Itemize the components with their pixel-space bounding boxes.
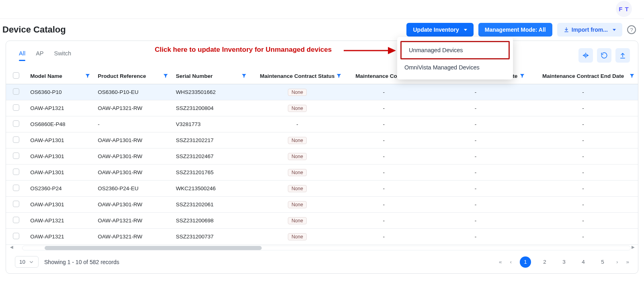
page-header: Device Catalog Update Inventory Manageme… (0, 19, 644, 41)
table-row[interactable]: OS6860E-P48-V3281773---- (6, 116, 638, 132)
page-size-select[interactable]: 10 (15, 256, 39, 268)
update-inventory-button[interactable]: Update Inventory (406, 23, 473, 37)
cell-end: - (528, 181, 638, 197)
cell-serial: V3281773 (172, 116, 250, 132)
col-status-header[interactable]: Maintenance Contract Status (260, 73, 335, 79)
pager-page-2[interactable]: 2 (539, 256, 550, 268)
table-wrap: Model Name Product Reference Serial Numb… (6, 68, 638, 245)
cell-ref: OAW-AP1301-RW (94, 197, 172, 213)
cell-start: - (423, 181, 528, 197)
col-ref-header[interactable]: Product Reference (98, 73, 146, 79)
cell-serial: SSZ231200698 (172, 213, 250, 229)
export-button[interactable] (615, 48, 630, 63)
dropdown-item-unmanaged[interactable]: Unmanaged Devices (400, 41, 510, 59)
col-serial-header[interactable]: Serial Number (176, 73, 213, 79)
table-row[interactable]: OAW-AP1301OAW-AP1301-RWSSZ231201765None-… (6, 165, 638, 181)
update-inventory-dropdown: Unmanaged Devices OmniVista Managed Devi… (397, 37, 513, 79)
avatar[interactable]: F T (616, 1, 632, 17)
row-checkbox[interactable] (13, 233, 19, 239)
dropdown-item-managed[interactable]: OmniVista Managed Devices (397, 59, 513, 75)
cell-start: - (423, 165, 528, 181)
cell-model: OAW-AP1301 (26, 197, 94, 213)
table-row[interactable]: OAW-AP1301OAW-AP1301-RWSSZ231202467None-… (6, 148, 638, 165)
cell-status: None (250, 148, 345, 165)
pager-page-5[interactable]: 5 (597, 256, 608, 268)
cell-model: OS2360-P24 (26, 181, 94, 197)
cell-contract: - (345, 116, 423, 132)
refresh-button[interactable] (597, 48, 611, 63)
table-row[interactable]: OAW-AP1321OAW-AP1321-RWSSZ231200698None-… (6, 213, 638, 229)
table-row[interactable]: OS6360-P10OS6360-P10-EUWHS233501662None-… (6, 84, 638, 100)
tab-switch[interactable]: Switch (54, 50, 71, 61)
filter-icon[interactable] (85, 73, 90, 79)
table-row[interactable]: OAW-AP1301OAW-AP1301-RWSSZ231202217None-… (6, 132, 638, 148)
row-checkbox[interactable] (13, 136, 19, 143)
cell-status: - (250, 116, 345, 132)
pager-last[interactable]: » (626, 259, 629, 265)
select-all-checkbox[interactable] (13, 72, 19, 79)
cell-ref: OS6360-P10-EU (94, 84, 172, 100)
cell-model: OAW-AP1301 (26, 148, 94, 165)
table-row[interactable]: OS2360-P24OS2360-P24-EUWKC213500246None-… (6, 181, 638, 197)
pager-first[interactable]: « (499, 259, 502, 265)
cell-start: - (423, 116, 528, 132)
cell-end: - (528, 165, 638, 181)
cell-serial: SSZ231202467 (172, 148, 250, 165)
pager-page-3[interactable]: 3 (558, 256, 570, 268)
table-row[interactable]: OAW-AP1321OAW-AP1321-RWSSZ231200737None-… (6, 229, 638, 245)
import-icon (564, 27, 569, 33)
status-badge: None (288, 169, 307, 176)
pager-next[interactable]: › (616, 259, 618, 265)
cell-status: None (250, 132, 345, 148)
help-icon[interactable]: ? (627, 25, 636, 34)
cell-end: - (528, 229, 638, 245)
records-count-text: Showing 1 - 10 of 582 records (44, 259, 119, 265)
cell-start: - (423, 197, 528, 213)
tab-all[interactable]: All (19, 50, 25, 61)
row-checkbox[interactable] (13, 185, 19, 191)
cell-status: None (250, 84, 345, 100)
cell-contract: - (345, 132, 423, 148)
tab-ap[interactable]: AP (36, 50, 43, 61)
row-checkbox[interactable] (13, 120, 19, 127)
row-checkbox[interactable] (13, 104, 19, 111)
page-title: Device Catalog (2, 24, 66, 35)
pager-page-4[interactable]: 4 (578, 256, 589, 268)
cell-end: - (528, 148, 638, 165)
horizontal-scrollbar[interactable]: ◀▶ (22, 246, 631, 250)
cell-end: - (528, 132, 638, 148)
table-row[interactable]: OAW-AP1301OAW-AP1301-RWSSZ231202061None-… (6, 197, 638, 213)
cell-model: OAW-AP1321 (26, 213, 94, 229)
status-badge: None (288, 217, 307, 224)
row-checkbox[interactable] (13, 153, 19, 159)
cell-serial: WHS233501662 (172, 84, 250, 100)
import-from-button[interactable]: Import from... (557, 23, 622, 37)
filter-icon[interactable] (241, 73, 247, 79)
cell-ref: OAW-AP1301-RW (94, 148, 172, 165)
cell-contract: - (345, 165, 423, 181)
status-badge: None (288, 233, 307, 240)
cell-ref: OS2360-P24-EU (94, 181, 172, 197)
cell-start: - (423, 132, 528, 148)
row-checkbox[interactable] (13, 217, 19, 223)
col-end-header[interactable]: Maintenance Contract End Date (542, 73, 624, 79)
filter-icon[interactable] (519, 73, 525, 79)
pager-page-1[interactable]: 1 (520, 256, 531, 268)
table-row[interactable]: OAW-AP1321OAW-AP1321-RWSSZ231200804None-… (6, 100, 638, 116)
cell-ref: OAW-AP1301-RW (94, 165, 172, 181)
filter-icon[interactable] (629, 73, 635, 79)
col-model-header[interactable]: Model Name (30, 73, 62, 79)
pager-prev[interactable]: ‹ (510, 259, 512, 265)
cell-end: - (528, 197, 638, 213)
filter-icon[interactable] (163, 73, 168, 79)
tabs: All AP Switch (19, 50, 71, 61)
cell-end: - (528, 213, 638, 229)
management-mode-button[interactable]: Management Mode: All (478, 23, 552, 37)
cell-model: OAW-AP1321 (26, 229, 94, 245)
cell-contract: - (345, 197, 423, 213)
fit-columns-button[interactable] (578, 48, 593, 63)
row-checkbox[interactable] (13, 201, 19, 207)
row-checkbox[interactable] (13, 88, 19, 95)
filter-icon[interactable] (336, 73, 342, 79)
row-checkbox[interactable] (13, 169, 19, 175)
